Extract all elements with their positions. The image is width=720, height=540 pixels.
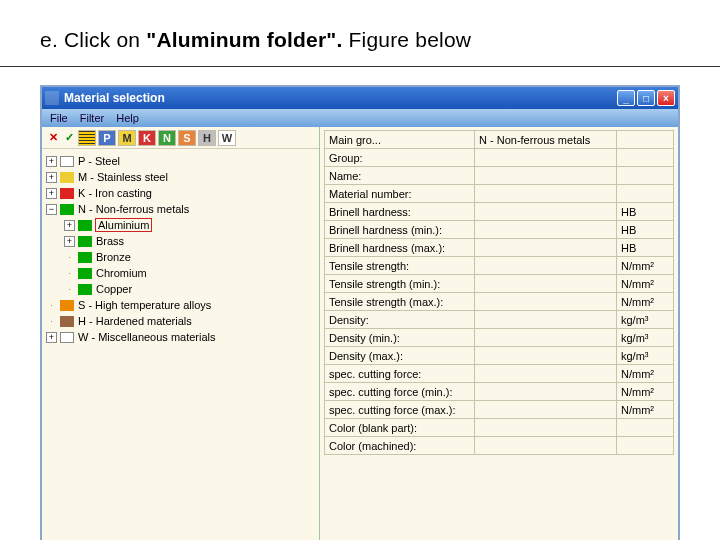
property-unit: N/mm²	[617, 275, 673, 292]
filter-button-m[interactable]: M	[118, 130, 136, 146]
property-unit: HB	[617, 221, 673, 238]
tree-node[interactable]: −N - Non-ferrous metals	[46, 201, 317, 217]
cancel-icon[interactable]: ✕	[46, 130, 60, 146]
property-row: Tensile strength (max.):N/mm²	[324, 292, 674, 311]
property-value[interactable]	[475, 311, 617, 328]
close-button[interactable]: ×	[657, 90, 675, 106]
material-tree[interactable]: +P - Steel+M - Stainless steel+K - Iron …	[42, 149, 319, 345]
tree-label: Bronze	[96, 251, 131, 263]
property-row: Color (machined):	[324, 436, 674, 455]
filter-button-w[interactable]: W	[218, 130, 236, 146]
menu-file[interactable]: File	[50, 112, 68, 124]
menu-filter[interactable]: Filter	[80, 112, 104, 124]
caption-prefix: e. Click on	[40, 28, 146, 51]
property-value[interactable]: N - Non-ferrous metals	[475, 131, 617, 148]
ok-icon[interactable]: ✓	[62, 130, 76, 146]
property-row: Group:	[324, 148, 674, 167]
property-row: Density (max.):kg/m³	[324, 346, 674, 365]
filter-button-h[interactable]: H	[198, 130, 216, 146]
property-unit	[617, 185, 673, 202]
maximize-button[interactable]: □	[637, 90, 655, 106]
property-row: Brinell hardness (min.):HB	[324, 220, 674, 239]
property-value[interactable]	[475, 347, 617, 364]
property-value[interactable]	[475, 329, 617, 346]
tree-node[interactable]: ·Chromium	[46, 265, 317, 281]
property-label: Brinell hardness:	[325, 203, 475, 220]
folder-icon	[60, 300, 74, 311]
folder-icon	[60, 332, 74, 343]
property-row: spec. cutting force (max.):N/mm²	[324, 400, 674, 419]
property-label: Name:	[325, 167, 475, 184]
property-unit: N/mm²	[617, 293, 673, 310]
tree-label: Copper	[96, 283, 132, 295]
tree-node[interactable]: +P - Steel	[46, 153, 317, 169]
toolbar: ✕ ✓ PMKNSHW	[42, 127, 319, 149]
property-value[interactable]	[475, 401, 617, 418]
property-value[interactable]	[475, 149, 617, 166]
property-value[interactable]	[475, 419, 617, 436]
folder-icon	[78, 236, 92, 247]
property-value[interactable]	[475, 185, 617, 202]
instruction-caption: e. Click on "Aluminum folder". Figure be…	[0, 0, 720, 67]
tree-connector: ·	[64, 268, 75, 278]
folder-icon	[60, 156, 74, 167]
tree-node[interactable]: ·S - High temperature alloys	[46, 297, 317, 313]
app-icon	[45, 91, 59, 105]
property-value[interactable]	[475, 437, 617, 454]
property-label: Material number:	[325, 185, 475, 202]
tree-connector: ·	[64, 252, 75, 262]
filter-button-k[interactable]: K	[138, 130, 156, 146]
tree-node[interactable]: ·Bronze	[46, 249, 317, 265]
tree-node[interactable]: ·Copper	[46, 281, 317, 297]
tree-node[interactable]: +Brass	[46, 233, 317, 249]
tree-label: Chromium	[96, 267, 147, 279]
minimize-button[interactable]: _	[617, 90, 635, 106]
property-row: Tensile strength (min.):N/mm²	[324, 274, 674, 293]
property-value[interactable]	[475, 203, 617, 220]
expand-icon[interactable]: +	[46, 172, 57, 183]
property-value[interactable]	[475, 257, 617, 274]
tree-node[interactable]: +W - Miscellaneous materials	[46, 329, 317, 345]
material-selection-window: Material selection _ □ × File Filter Hel…	[40, 85, 680, 540]
property-value[interactable]	[475, 167, 617, 184]
expand-icon[interactable]: +	[46, 188, 57, 199]
tree-connector: ·	[64, 284, 75, 294]
tree-label: P - Steel	[78, 155, 120, 167]
property-value[interactable]	[475, 275, 617, 292]
property-value[interactable]	[475, 293, 617, 310]
menu-help[interactable]: Help	[116, 112, 139, 124]
tree-node[interactable]: +M - Stainless steel	[46, 169, 317, 185]
properties-panel: Main gro...N - Non-ferrous metalsGroup:N…	[320, 127, 678, 540]
collapse-icon[interactable]: −	[46, 204, 57, 215]
tree-node[interactable]: +K - Iron casting	[46, 185, 317, 201]
tree-node[interactable]: ·H - Hardened materials	[46, 313, 317, 329]
property-unit: HB	[617, 203, 673, 220]
property-unit	[617, 167, 673, 184]
filter-button-s[interactable]: S	[178, 130, 196, 146]
property-value[interactable]	[475, 239, 617, 256]
tree-node[interactable]: +Aluminium	[46, 217, 317, 233]
titlebar[interactable]: Material selection _ □ ×	[42, 87, 678, 109]
expand-icon[interactable]: +	[46, 332, 57, 343]
property-label: spec. cutting force:	[325, 365, 475, 382]
filter-button-n[interactable]: N	[158, 130, 176, 146]
property-label: spec. cutting force (max.):	[325, 401, 475, 418]
property-unit	[617, 419, 673, 436]
property-row: Material number:	[324, 184, 674, 203]
property-value[interactable]	[475, 365, 617, 382]
expand-icon[interactable]: +	[64, 236, 75, 247]
property-row: Main gro...N - Non-ferrous metals	[324, 130, 674, 149]
expand-icon[interactable]: +	[64, 220, 75, 231]
filter-button-p[interactable]: P	[98, 130, 116, 146]
expand-icon[interactable]: +	[46, 156, 57, 167]
striped-filter-icon[interactable]	[78, 130, 96, 146]
property-unit: N/mm²	[617, 257, 673, 274]
property-unit: N/mm²	[617, 401, 673, 418]
folder-icon	[60, 172, 74, 183]
property-label: Tensile strength:	[325, 257, 475, 274]
property-label: Density (min.):	[325, 329, 475, 346]
property-value[interactable]	[475, 383, 617, 400]
property-value[interactable]	[475, 221, 617, 238]
property-unit	[617, 131, 673, 148]
tree-label: Brass	[96, 235, 124, 247]
